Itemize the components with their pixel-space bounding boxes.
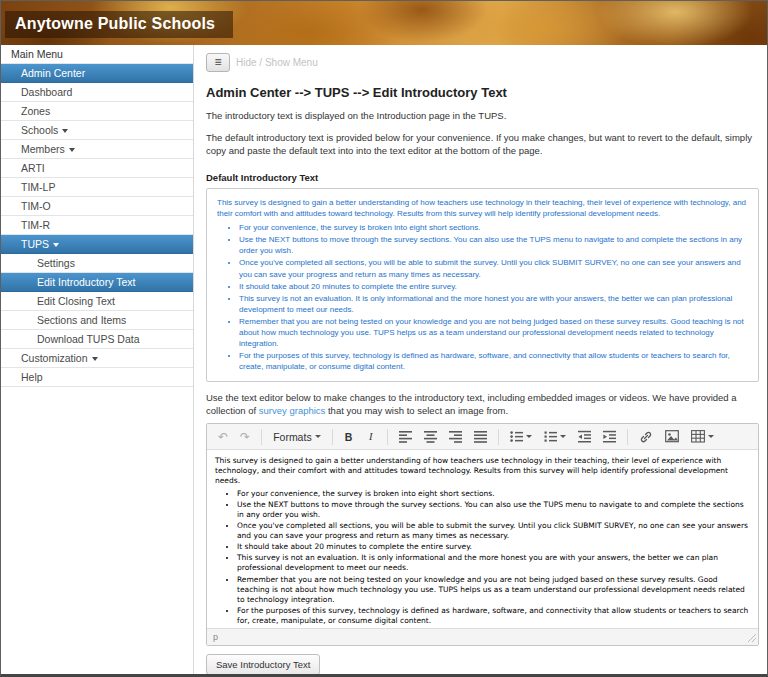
- resize-handle[interactable]: [746, 632, 756, 642]
- sidebar: Main Menu Admin CenterDashboardZonesScho…: [1, 45, 194, 674]
- save-introductory-text-button[interactable]: Save Introductory Text: [206, 654, 320, 674]
- editor-toolbar: ↶ ↷ Formats B I: [207, 424, 758, 450]
- redo-icon: ↷: [240, 431, 250, 443]
- undo-button[interactable]: ↶: [213, 427, 233, 447]
- bullet-item: It should take about 20 minutes to compl…: [237, 542, 750, 552]
- sidebar-item-help[interactable]: Help: [1, 368, 193, 387]
- chevron-down-icon: [708, 435, 714, 438]
- align-right-button[interactable]: [444, 427, 467, 447]
- site-title: Anytowne Public Schools: [5, 11, 233, 38]
- sidebar-item-tups-settings[interactable]: Settings: [1, 254, 193, 273]
- table-button[interactable]: [686, 427, 719, 447]
- sidebar-item-sections-and-items[interactable]: Sections and Items: [1, 311, 193, 330]
- sidebar-item-schools[interactable]: Schools: [1, 121, 193, 140]
- indent-icon: [603, 430, 616, 443]
- sidebar-item-edit-introductory-text[interactable]: Edit Introductory Text: [1, 273, 193, 292]
- editor-survey-bullets: For your convenience, the survey is brok…: [215, 489, 750, 626]
- sidebar-item-tim-o[interactable]: TIM-O: [1, 197, 193, 216]
- bullet-item: For the purposes of this survey, technol…: [239, 350, 748, 372]
- main-layout: Main Menu Admin CenterDashboardZonesScho…: [1, 45, 767, 674]
- bullet-item: Once you've completed all sections, you …: [239, 257, 748, 279]
- image-icon: [665, 430, 679, 443]
- app-window: Anytowne Public Schools Main Menu Admin …: [0, 0, 768, 677]
- editor-survey-lead: This survey is designed to gain a better…: [215, 456, 750, 486]
- sidebar-item-customization[interactable]: Customization: [1, 349, 193, 368]
- sidebar-item-dashboard[interactable]: Dashboard: [1, 83, 193, 102]
- bullet-item: Once you've completed all sections, you …: [237, 521, 750, 541]
- bullet-item: This survey is not an evaluation. It is …: [239, 293, 748, 315]
- site-header: Anytowne Public Schools: [1, 1, 767, 45]
- bullet-item: Remember that you are not being tested o…: [239, 316, 748, 349]
- default-survey-lead: This survey is designed to gain a better…: [217, 197, 748, 219]
- formats-label: Formats: [273, 431, 312, 443]
- editor-content[interactable]: This survey is designed to gain a better…: [207, 450, 758, 628]
- align-justify-button[interactable]: [469, 427, 492, 447]
- sidebar-item-edit-closing-text[interactable]: Edit Closing Text: [1, 292, 193, 311]
- survey-graphics-link[interactable]: survey graphics: [259, 405, 326, 416]
- element-path[interactable]: p: [213, 632, 218, 642]
- align-left-button[interactable]: [394, 427, 417, 447]
- sidebar-item-members[interactable]: Members: [1, 140, 193, 159]
- bullet-item: For the purposes of this survey, technol…: [237, 606, 750, 626]
- sidebar-item-tups[interactable]: TUPS: [1, 235, 193, 254]
- chevron-down-icon: [92, 357, 98, 361]
- sidebar-item-zones[interactable]: Zones: [1, 102, 193, 121]
- sidebar-item-tim-lp[interactable]: TIM-LP: [1, 178, 193, 197]
- align-right-icon: [449, 430, 462, 443]
- menu-toggle-button[interactable]: ≡: [206, 53, 230, 72]
- bold-button[interactable]: B: [339, 427, 359, 447]
- redo-button[interactable]: ↷: [235, 427, 255, 447]
- outdent-icon: [578, 430, 591, 443]
- formats-dropdown[interactable]: Formats: [268, 427, 326, 447]
- sidebar-menu: Admin CenterDashboardZonesSchoolsMembers…: [1, 64, 193, 387]
- bullet-item: For your convenience, the survey is brok…: [237, 489, 750, 499]
- numbered-list-button[interactable]: [539, 427, 571, 447]
- link-icon: [639, 430, 653, 444]
- bullet-item: Remember that you are not being tested o…: [237, 575, 750, 605]
- bullet-item: It should take about 20 minutes to compl…: [239, 281, 748, 292]
- toolbar-separator: [627, 429, 628, 445]
- intro-paragraph-1: The introductory text is displayed on th…: [206, 109, 759, 122]
- table-icon: [691, 430, 705, 443]
- bullet-list-button[interactable]: [505, 427, 537, 447]
- chevron-down-icon: [69, 148, 75, 152]
- sidebar-item-tim-r[interactable]: TIM-R: [1, 216, 193, 235]
- chevron-down-icon: [526, 435, 532, 438]
- menu-toggle-row: ≡ Hide / Show Menu: [206, 53, 759, 72]
- sidebar-item-arti[interactable]: ARTI: [1, 159, 193, 178]
- chevron-down-icon: [315, 435, 321, 438]
- rich-text-editor: ↶ ↷ Formats B I: [206, 423, 759, 646]
- indent-button[interactable]: [598, 427, 621, 447]
- italic-button[interactable]: I: [361, 427, 381, 447]
- numbered-list-icon: [544, 430, 557, 443]
- editor-statusbar: p: [207, 628, 758, 645]
- bullet-item: Use the NEXT buttons to move through the…: [237, 500, 750, 520]
- outdent-button[interactable]: [573, 427, 596, 447]
- align-left-icon: [399, 430, 412, 443]
- hamburger-icon: ≡: [214, 55, 221, 69]
- default-introductory-text-box: This survey is designed to gain a better…: [206, 188, 759, 381]
- bullet-item: For your convenience, the survey is brok…: [239, 222, 748, 233]
- sidebar-item-admin-center[interactable]: Admin Center: [1, 64, 193, 83]
- menu-toggle-label: Hide / Show Menu: [236, 57, 318, 68]
- undo-icon: ↶: [218, 431, 228, 443]
- default-survey-bullets: For your convenience, the survey is brok…: [217, 222, 748, 371]
- chevron-down-icon: [560, 435, 566, 438]
- bullet-item: Use the NEXT buttons to move through the…: [239, 234, 748, 256]
- chevron-down-icon: [53, 243, 59, 247]
- toolbar-separator: [261, 429, 262, 445]
- align-center-icon: [424, 430, 437, 443]
- default-text-label: Default Introductory Text: [206, 172, 759, 183]
- bullet-item: This survey is not an evaluation. It is …: [237, 553, 750, 573]
- insert-image-button[interactable]: [660, 427, 684, 447]
- toolbar-separator: [387, 429, 388, 445]
- sidebar-item-download-tups-data[interactable]: Download TUPS Data: [1, 330, 193, 349]
- chevron-down-icon: [62, 129, 68, 133]
- editor-note: Use the text editor below to make change…: [206, 391, 759, 417]
- page-title: Admin Center --> TUPS --> Edit Introduct…: [206, 85, 759, 100]
- align-center-button[interactable]: [419, 427, 442, 447]
- insert-link-button[interactable]: [634, 427, 658, 447]
- toolbar-separator: [332, 429, 333, 445]
- sidebar-title: Main Menu: [1, 45, 193, 64]
- editor-note-text-after: that you may wish to select an image fro…: [325, 405, 508, 416]
